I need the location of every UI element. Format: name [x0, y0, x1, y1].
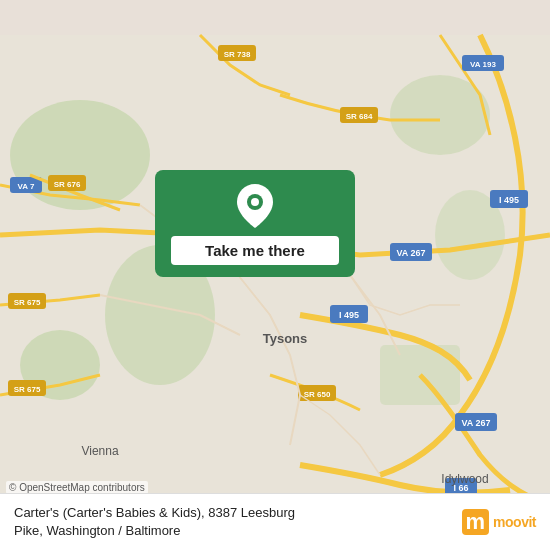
svg-text:SR 738: SR 738: [224, 50, 251, 59]
location-pin-icon: [237, 184, 273, 228]
svg-text:I 495: I 495: [499, 195, 519, 205]
svg-text:VA 193: VA 193: [470, 60, 496, 69]
button-overlay: Take me there: [155, 170, 355, 277]
svg-text:SR 650: SR 650: [304, 390, 331, 399]
green-box: Take me there: [155, 170, 355, 277]
svg-text:I 495: I 495: [339, 310, 359, 320]
bottom-bar: Carter's (Carter's Babies & Kids), 8387 …: [0, 493, 550, 550]
svg-text:VA 267: VA 267: [461, 418, 490, 428]
svg-point-39: [251, 198, 259, 206]
svg-text:VA 7: VA 7: [18, 182, 35, 191]
svg-text:SR 676: SR 676: [54, 180, 81, 189]
svg-text:Tysons: Tysons: [263, 331, 308, 346]
svg-text:Idylwood: Idylwood: [441, 472, 488, 486]
svg-text:VA 267: VA 267: [396, 248, 425, 258]
svg-text:Vienna: Vienna: [81, 444, 118, 458]
moovit-logo: m moovit: [462, 509, 536, 535]
take-me-there-button[interactable]: Take me there: [171, 236, 339, 265]
svg-text:SR 675: SR 675: [14, 298, 41, 307]
address-text: Carter's (Carter's Babies & Kids), 8387 …: [14, 504, 452, 540]
svg-text:SR 684: SR 684: [346, 112, 373, 121]
map-container: I 495 I 495 VA 267 VA 2 VA 267 I 66 SR 7…: [0, 0, 550, 550]
moovit-m-letter: m: [462, 509, 490, 535]
svg-text:SR 675: SR 675: [14, 385, 41, 394]
moovit-text: moovit: [493, 514, 536, 530]
